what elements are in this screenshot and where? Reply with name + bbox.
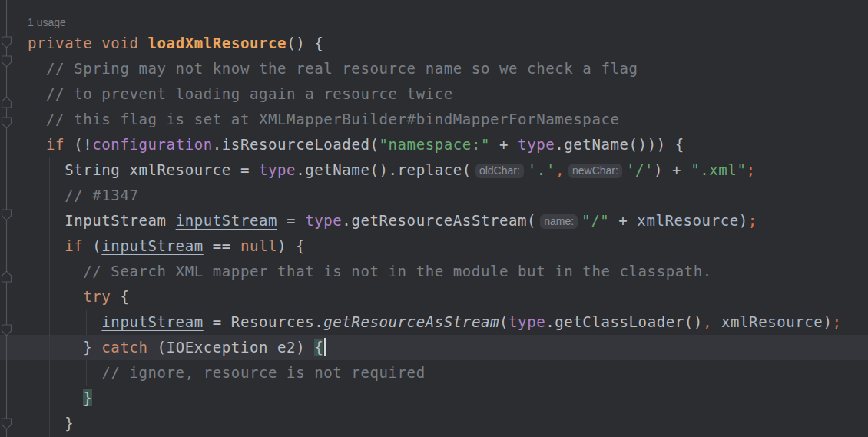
code-token: InputStream [28, 212, 176, 229]
caret [324, 338, 326, 356]
code-token: if [46, 136, 65, 153]
code-token: inputStream [101, 237, 203, 254]
code-token [28, 237, 65, 254]
code-token: // Search XML mapper that is not in the … [28, 263, 712, 280]
code-line[interactable]: private void loadXmlResource() { [28, 31, 868, 56]
code-line[interactable]: } [28, 386, 868, 411]
inlay-line: 1 usage [28, 11, 868, 31]
usages-inlay-hint[interactable]: 1 usage [28, 16, 66, 28]
code-token: (! [65, 136, 92, 153]
code-token: getResourceAsStream [323, 313, 499, 330]
code-token: ( [83, 237, 101, 254]
code-line[interactable]: // to prevent loading again a resource t… [28, 81, 868, 107]
code-token [138, 35, 147, 51]
code-line[interactable]: // #1347 [28, 183, 868, 208]
code-token: catch [101, 339, 147, 356]
code-token: // #1347 [28, 187, 138, 204]
code-token: type [259, 161, 296, 178]
code-line[interactable]: if (inputStream == null) { [28, 233, 868, 259]
code-area[interactable]: 1 usageprivate void loadXmlResource() { … [0, 0, 868, 436]
code-token: '.' [528, 161, 555, 178]
code-token: } [28, 415, 74, 432]
code-token: () { [287, 35, 323, 51]
code-token: '/' [626, 161, 654, 178]
code-token: ; [748, 212, 757, 229]
code-token [28, 389, 83, 406]
code-token: ) + [654, 161, 691, 178]
code-token: .getName().replace( [296, 161, 472, 178]
code-token: == [204, 237, 240, 254]
code-line[interactable]: // ignore, resource is not required [28, 360, 868, 386]
code-token: ( [499, 313, 509, 330]
code-editor[interactable]: { "editor": { "usage_hint": "1 usage", "… [0, 0, 868, 437]
code-token: // Spring may not know the real resource… [28, 60, 638, 77]
code-token: , [555, 161, 565, 178]
matched-brace: } [83, 389, 92, 406]
param-hint[interactable]: name: [540, 214, 578, 229]
code-token: ; [832, 313, 841, 330]
code-token: + [490, 136, 518, 153]
code-token: if [65, 237, 83, 254]
code-token [92, 35, 101, 51]
code-token [28, 313, 101, 330]
code-token: = [277, 212, 305, 229]
code-token: try [83, 288, 111, 305]
code-token: { [111, 288, 129, 305]
code-token: ) { [277, 237, 305, 254]
code-token: inputStream [101, 313, 203, 330]
code-token: void [101, 35, 138, 51]
code-token: "namespace:" [379, 136, 490, 153]
code-token: ) [823, 313, 832, 330]
code-token: loadXmlResource [148, 35, 287, 51]
code-token: , [703, 313, 712, 330]
code-token: } [28, 339, 101, 356]
code-token: private [28, 35, 92, 51]
code-token: .getResourceAsStream( [342, 212, 536, 229]
param-hint[interactable]: oldChar: [475, 164, 524, 178]
code-token [28, 288, 83, 305]
code-token: ; [746, 161, 755, 178]
code-token: .getName())) { [555, 136, 684, 153]
code-token [28, 136, 46, 153]
code-line[interactable]: if (!configuration.isResourceLoaded("nam… [28, 132, 868, 157]
code-token: .getClassLoader() [545, 313, 703, 330]
code-line[interactable]: String xmlResource = type.getName().repl… [28, 157, 868, 183]
code-token: ) [739, 212, 748, 229]
code-line[interactable]: } [28, 411, 868, 436]
code-token: null [240, 237, 277, 254]
code-token: // to prevent loading again a resource t… [28, 85, 453, 102]
code-line[interactable]: // Search XML mapper that is not in the … [28, 259, 868, 284]
code-token: type [509, 313, 545, 330]
code-token: type [305, 212, 342, 229]
code-token: ".xml" [691, 161, 746, 178]
code-token: xmlResource [637, 212, 738, 229]
code-token [712, 313, 721, 330]
code-token: (IOException e2) [148, 339, 315, 356]
code-line[interactable]: // Spring may not know the real resource… [28, 56, 868, 81]
code-token: configuration [92, 136, 213, 153]
code-token: // ignore, resource is not required [28, 364, 426, 381]
code-token: // this flag is set at XMLMapperBuilder#… [28, 111, 620, 127]
code-token: = Resources. [204, 313, 324, 330]
code-token: xmlResource [721, 313, 823, 330]
code-line[interactable]: InputStream inputStream = type.getResour… [28, 208, 868, 233]
code-token: String xmlResource = [28, 161, 259, 178]
code-token: + [609, 212, 637, 229]
code-line[interactable]: inputStream = Resources.getResourceAsStr… [28, 310, 868, 335]
code-line[interactable]: } catch (IOException e2) { [28, 335, 868, 360]
code-line[interactable]: try { [28, 284, 868, 310]
code-token: type [518, 136, 555, 153]
code-line[interactable]: // this flag is set at XMLMapperBuilder#… [28, 107, 868, 132]
code-token: .isResourceLoaded( [213, 136, 379, 153]
code-token: "/" [581, 212, 609, 229]
code-token: inputStream [176, 212, 277, 229]
matched-brace: { [314, 339, 323, 356]
param-hint[interactable]: newChar: [568, 164, 622, 178]
